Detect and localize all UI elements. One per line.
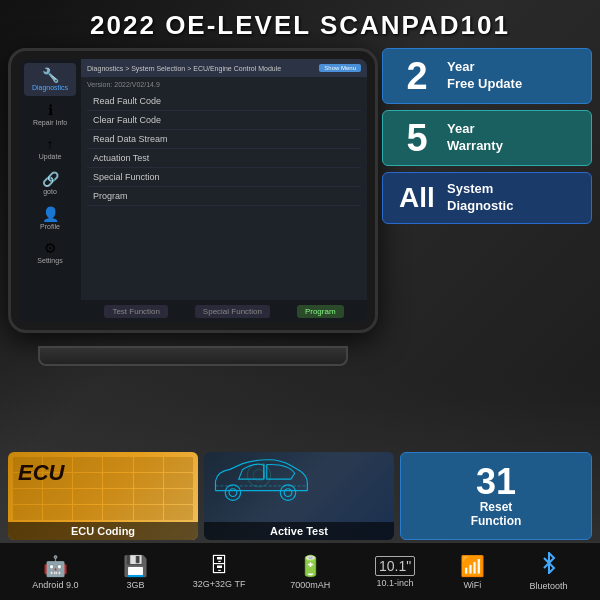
settings-icon: ⚙ bbox=[44, 240, 57, 256]
svg-point-3 bbox=[280, 485, 295, 500]
car-wireframe-svg bbox=[204, 452, 314, 510]
sidebar-item-update[interactable]: ↑ Update bbox=[24, 132, 76, 165]
version-text: Version: 2022/V02/14.9 bbox=[87, 81, 361, 88]
ecu-text: ECU bbox=[18, 460, 64, 486]
tablet-bottombar: Test Function Special Function Program bbox=[81, 300, 367, 322]
tablet-main: Diagnostics > System Selection > ECU/Eng… bbox=[81, 59, 367, 322]
battery-icon: 🔋 bbox=[298, 554, 323, 578]
ecu-coding-label: ECU Coding bbox=[8, 522, 198, 540]
sidebar-item-goto[interactable]: 🔗 goto bbox=[24, 167, 76, 200]
sidebar-label-update: Update bbox=[39, 153, 62, 161]
spec-android: 🤖 Android 9.0 bbox=[32, 554, 78, 590]
sidebar-label-profile: Profile bbox=[40, 223, 60, 231]
show-menu-button[interactable]: Show Menu bbox=[319, 64, 361, 72]
svg-point-1 bbox=[225, 485, 240, 500]
feature-warranty: 5 YearWarranty bbox=[382, 110, 592, 166]
tablet-outer: 🔧 Diagnostics ℹ Repair Info ↑ Update 🔗 g… bbox=[8, 48, 378, 333]
spec-storage: 🗄 32G+32G TF bbox=[193, 554, 246, 589]
feature-system-diagnostic: All SystemDiagnostic bbox=[382, 172, 592, 224]
repairinfo-icon: ℹ bbox=[48, 102, 53, 118]
sidebar-item-repairinfo[interactable]: ℹ Repair Info bbox=[24, 98, 76, 131]
sidebar-label-settings: Settings bbox=[37, 257, 62, 265]
menu-item-actuation[interactable]: Actuation Test bbox=[87, 149, 361, 168]
menu-item-program[interactable]: Program bbox=[87, 187, 361, 206]
diagnostic-text: SystemDiagnostic bbox=[447, 181, 513, 215]
battery-label: 7000mAH bbox=[290, 580, 330, 590]
breadcrumb-text: Diagnostics > System Selection > ECU/Eng… bbox=[87, 65, 315, 72]
profile-icon: 👤 bbox=[42, 206, 59, 222]
sidebar-item-profile[interactable]: 👤 Profile bbox=[24, 202, 76, 235]
spec-screen: 10.1" 10.1-inch bbox=[375, 556, 415, 588]
update-icon: ↑ bbox=[47, 136, 54, 152]
svg-point-4 bbox=[284, 489, 292, 497]
free-update-number: 2 bbox=[395, 57, 439, 95]
screen-icon: 10.1" bbox=[375, 556, 415, 576]
android-icon: 🤖 bbox=[43, 554, 68, 578]
tablet-device: 🔧 Diagnostics ℹ Repair Info ↑ Update 🔗 g… bbox=[8, 48, 378, 348]
reset-text: ResetFunction bbox=[471, 500, 522, 529]
tablet-screen: 🔧 Diagnostics ℹ Repair Info ↑ Update 🔗 g… bbox=[19, 59, 367, 322]
diagnostic-number: All bbox=[395, 184, 439, 212]
tablet-stand bbox=[38, 346, 348, 366]
tablet-sidebar: 🔧 Diagnostics ℹ Repair Info ↑ Update 🔗 g… bbox=[19, 59, 81, 322]
bluetooth-icon bbox=[540, 552, 558, 579]
features-bottom-panel: ECU ECU Coding bbox=[8, 452, 592, 540]
feature-free-update: 2 YearFree Update bbox=[382, 48, 592, 104]
screen-label: 10.1-inch bbox=[377, 578, 414, 588]
spec-bluetooth: Bluetooth bbox=[530, 552, 568, 591]
wifi-label: WiFi bbox=[463, 580, 481, 590]
sidebar-label-diagnostics: Diagnostics bbox=[32, 84, 68, 92]
test-function-button[interactable]: Test Function bbox=[104, 305, 168, 318]
active-test-label: Active Test bbox=[204, 522, 394, 540]
svg-point-2 bbox=[229, 489, 237, 497]
menu-item-special[interactable]: Special Function bbox=[87, 168, 361, 187]
goto-icon: 🔗 bbox=[42, 171, 59, 187]
free-update-text: YearFree Update bbox=[447, 59, 522, 93]
warranty-text: YearWarranty bbox=[447, 121, 503, 155]
wifi-icon: 📶 bbox=[460, 554, 485, 578]
diagnostics-icon: 🔧 bbox=[42, 67, 59, 83]
program-button[interactable]: Program bbox=[297, 305, 344, 318]
ram-icon: 💾 bbox=[123, 554, 148, 578]
sidebar-label-goto: goto bbox=[43, 188, 57, 196]
features-right-panel: 2 YearFree Update 5 YearWarranty All Sys… bbox=[382, 48, 592, 224]
menu-item-read-stream[interactable]: Read Data Stream bbox=[87, 130, 361, 149]
spec-battery: 🔋 7000mAH bbox=[290, 554, 330, 590]
storage-label: 32G+32G TF bbox=[193, 579, 246, 589]
specs-bar: 🤖 Android 9.0 💾 3GB 🗄 32G+32G TF 🔋 7000m… bbox=[0, 542, 600, 600]
page-title: 2022 OE-LEVEL SCANPAD101 bbox=[0, 10, 600, 41]
sidebar-item-diagnostics[interactable]: 🔧 Diagnostics bbox=[24, 63, 76, 96]
menu-list: Read Fault Code Clear Fault Code Read Da… bbox=[87, 92, 361, 206]
menu-item-read-fault[interactable]: Read Fault Code bbox=[87, 92, 361, 111]
tablet-content: Version: 2022/V02/14.9 Read Fault Code C… bbox=[81, 77, 367, 300]
special-function-button[interactable]: Special Function bbox=[195, 305, 270, 318]
android-label: Android 9.0 bbox=[32, 580, 78, 590]
ram-label: 3GB bbox=[127, 580, 145, 590]
sidebar-label-repairinfo: Repair Info bbox=[33, 119, 67, 127]
spec-wifi: 📶 WiFi bbox=[460, 554, 485, 590]
sidebar-item-settings[interactable]: ⚙ Settings bbox=[24, 236, 76, 269]
feature-ecu-coding: ECU ECU Coding bbox=[8, 452, 198, 540]
storage-icon: 🗄 bbox=[209, 554, 229, 577]
warranty-number: 5 bbox=[395, 119, 439, 157]
reset-number: 31 bbox=[476, 464, 516, 500]
tablet-topbar: Diagnostics > System Selection > ECU/Eng… bbox=[81, 59, 367, 77]
spec-ram: 💾 3GB bbox=[123, 554, 148, 590]
feature-active-test: Active Test bbox=[204, 452, 394, 540]
menu-item-clear-fault[interactable]: Clear Fault Code bbox=[87, 111, 361, 130]
feature-reset-function: 31 ResetFunction bbox=[400, 452, 592, 540]
bluetooth-label: Bluetooth bbox=[530, 581, 568, 591]
